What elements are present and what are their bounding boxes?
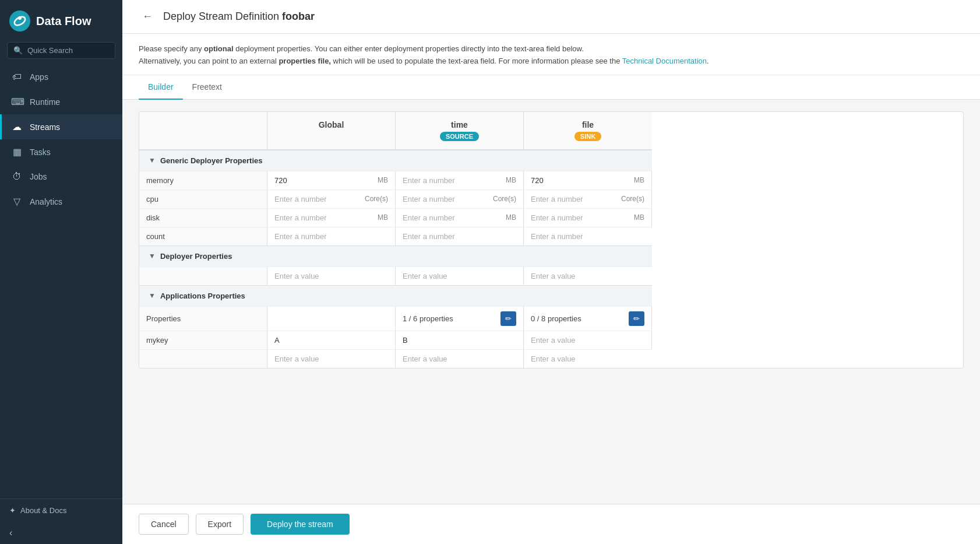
back-button[interactable]: ← xyxy=(139,9,156,24)
label-count: count xyxy=(139,227,267,245)
content-area: Global time SOURCE file SINK ▼ Generic D… xyxy=(122,100,980,504)
global-disk-cell[interactable]: MB xyxy=(267,208,396,227)
file-count-input[interactable] xyxy=(531,232,645,241)
file-properties-edit-button[interactable]: ✏ xyxy=(629,311,644,326)
global-empty-cell[interactable] xyxy=(267,349,396,368)
sidebar-nav: 🏷 Apps ⌨ Runtime ☁ Streams ▦ Tasks ⏱ Job… xyxy=(0,65,122,499)
time-disk-unit: MB xyxy=(506,213,516,222)
sidebar-item-jobs[interactable]: ⏱ Jobs xyxy=(0,164,122,189)
svg-point-2 xyxy=(18,16,22,20)
search-box[interactable]: 🔍 xyxy=(7,42,115,59)
time-properties-edit-button[interactable]: ✏ xyxy=(500,311,516,326)
global-count-cell[interactable] xyxy=(267,227,396,245)
app-logo xyxy=(9,10,30,31)
sink-badge: SINK xyxy=(574,132,601,141)
time-mykey-cell[interactable] xyxy=(396,331,524,349)
app-title: Data Flow xyxy=(36,15,91,28)
global-cpu-unit: Core(s) xyxy=(365,195,388,203)
section-applications-header: ▼ Applications Properties xyxy=(139,285,652,306)
global-mykey-input[interactable] xyxy=(274,336,388,345)
time-deployer-input[interactable] xyxy=(403,272,516,280)
time-memory-input[interactable] xyxy=(403,176,503,185)
page-title-prefix: Deploy Stream Definition xyxy=(163,10,282,22)
time-mykey-input[interactable] xyxy=(403,336,516,345)
file-memory-cell[interactable]: MB xyxy=(524,171,652,189)
cancel-button[interactable]: Cancel xyxy=(139,514,189,535)
time-count-input[interactable] xyxy=(403,232,516,241)
global-disk-input[interactable] xyxy=(274,213,375,222)
tab-builder[interactable]: Builder xyxy=(139,75,183,100)
sidebar-item-tasks[interactable]: ▦ Tasks xyxy=(0,139,122,164)
sidebar-label-analytics: Analytics xyxy=(30,197,62,206)
search-icon: 🔍 xyxy=(13,46,23,55)
file-deployer-cell[interactable] xyxy=(524,266,652,285)
col-header-file: file SINK xyxy=(524,112,652,150)
sidebar-item-apps[interactable]: 🏷 Apps xyxy=(0,65,122,89)
global-deployer-input[interactable] xyxy=(274,272,388,280)
deploy-button[interactable]: Deploy the stream xyxy=(251,514,350,535)
footer-actions: Cancel Export Deploy the stream xyxy=(122,504,980,544)
file-disk-input[interactable] xyxy=(531,213,632,222)
export-button[interactable]: Export xyxy=(196,514,244,535)
file-count-cell[interactable] xyxy=(524,227,652,245)
time-properties-cell: 1 / 6 properties ✏ xyxy=(396,306,524,331)
file-empty-input[interactable] xyxy=(531,355,645,363)
page-header: ← Deploy Stream Definition foobar xyxy=(122,0,980,34)
global-deployer-cell[interactable] xyxy=(267,266,396,285)
time-empty-cell[interactable] xyxy=(396,349,524,368)
global-count-input[interactable] xyxy=(274,232,388,241)
file-disk-unit: MB xyxy=(634,213,644,222)
source-badge: SOURCE xyxy=(440,132,479,141)
file-cpu-cell[interactable]: Core(s) xyxy=(524,189,652,208)
time-disk-cell[interactable]: MB xyxy=(396,208,524,227)
tabs-bar: Builder Freetext xyxy=(122,75,980,100)
label-cpu: cpu xyxy=(139,189,267,208)
global-memory-cell[interactable]: MB xyxy=(267,171,396,189)
section-generic-deployer: ▼ Generic Deployer Properties memory MB … xyxy=(139,150,963,245)
chevron-down-icon-2: ▼ xyxy=(149,252,156,260)
global-mykey-cell[interactable] xyxy=(267,331,396,349)
file-empty-cell[interactable] xyxy=(524,349,652,368)
time-count-cell[interactable] xyxy=(396,227,524,245)
time-disk-input[interactable] xyxy=(403,213,503,222)
section-applications: ▼ Applications Properties Properties 1 /… xyxy=(139,285,963,368)
file-memory-unit: MB xyxy=(634,176,644,184)
chevron-down-icon: ▼ xyxy=(149,156,156,164)
sidebar: Data Flow 🔍 🏷 Apps ⌨ Runtime ☁ Streams ▦… xyxy=(0,0,122,544)
technical-docs-link[interactable]: Technical Documentation xyxy=(622,57,707,65)
file-memory-input[interactable] xyxy=(531,176,632,185)
time-memory-cell[interactable]: MB xyxy=(396,171,524,189)
time-empty-input[interactable] xyxy=(403,355,516,363)
time-deployer-cell[interactable] xyxy=(396,266,524,285)
description-line1: Please specify any optional deployment p… xyxy=(139,43,964,55)
global-memory-input[interactable] xyxy=(274,176,375,185)
deployer-key-label xyxy=(139,266,267,285)
chevron-down-icon-3: ▼ xyxy=(149,292,156,300)
global-empty-input[interactable] xyxy=(274,355,388,363)
file-mykey-input[interactable] xyxy=(531,336,644,345)
docs-icon: ✦ xyxy=(9,506,16,515)
file-cpu-unit: Core(s) xyxy=(621,195,644,203)
search-input[interactable] xyxy=(27,46,109,55)
time-cpu-input[interactable] xyxy=(403,195,491,203)
about-docs-link[interactable]: ✦ About & Docs xyxy=(0,499,122,522)
sidebar-item-runtime[interactable]: ⌨ Runtime xyxy=(0,89,122,114)
time-cpu-cell[interactable]: Core(s) xyxy=(396,189,524,208)
global-cpu-cell[interactable]: Core(s) xyxy=(267,189,396,208)
table-header-row: Global time SOURCE file SINK xyxy=(139,112,963,150)
properties-table: Global time SOURCE file SINK ▼ Generic D… xyxy=(139,111,964,368)
file-mykey-cell[interactable] xyxy=(524,331,652,349)
label-memory: memory xyxy=(139,171,267,189)
file-deployer-input[interactable] xyxy=(531,272,645,280)
label-empty-key xyxy=(139,349,267,368)
file-disk-cell[interactable]: MB xyxy=(524,208,652,227)
file-cpu-input[interactable] xyxy=(531,195,619,203)
time-memory-unit: MB xyxy=(506,176,516,184)
file-properties-cell: 0 / 8 properties ✏ xyxy=(524,306,652,331)
sidebar-item-analytics[interactable]: ▽ Analytics xyxy=(0,189,122,214)
global-cpu-input[interactable] xyxy=(274,195,362,203)
sidebar-collapse-button[interactable]: ‹ xyxy=(0,522,122,544)
sidebar-item-streams[interactable]: ☁ Streams xyxy=(0,114,122,139)
svg-point-0 xyxy=(9,10,30,31)
tab-freetext[interactable]: Freetext xyxy=(183,75,231,100)
